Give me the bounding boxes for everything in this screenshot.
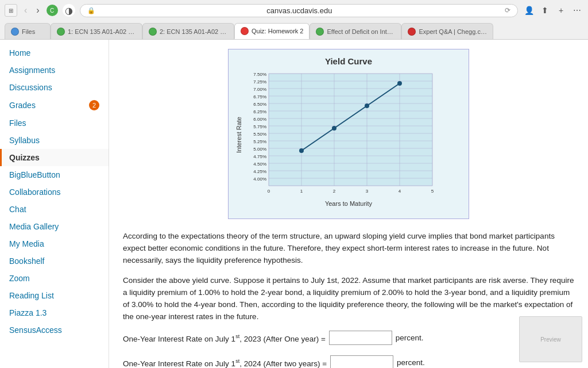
chart-point-4	[397, 81, 402, 86]
sidebar-item-zoom[interactable]: Zoom	[0, 270, 109, 287]
sidebar: HomeAssignmentsDiscussionsGrades2FilesSy…	[0, 40, 109, 368]
back-button[interactable]: ‹	[22, 4, 29, 17]
svg-text:0: 0	[268, 189, 270, 194]
svg-text:5.00%: 5.00%	[253, 147, 266, 152]
sidebar-label-files: Files	[9, 118, 26, 128]
tab-label-chegg: Expert Q&A | Chegg.com	[419, 28, 487, 35]
chart-svg-element: 7.50% 7.25% 7.00% 6.75% 6.50% 6.25% 6.00…	[246, 71, 441, 197]
sidebar-label-syllabus: Syllabus	[9, 136, 40, 145]
sidebar-item-grades[interactable]: Grades2	[0, 96, 109, 114]
sidebar-label-bookshelf: Bookshelf	[9, 256, 44, 266]
sidebar-item-sensusaccess[interactable]: SensusAccess	[0, 321, 109, 339]
sidebar-item-assignments[interactable]: Assignments	[0, 62, 109, 79]
sidebar-label-chat: Chat	[9, 205, 26, 214]
sidebar-item-chat[interactable]: Chat	[0, 201, 109, 218]
sidebar-item-collaborations[interactable]: Collaborations	[0, 183, 109, 201]
tab-label-files: Files	[22, 28, 35, 35]
sidebar-item-piazza[interactable]: Piazza 1.3	[0, 304, 109, 321]
sidebar-label-my-media: My Media	[9, 239, 44, 248]
browser-tab-files[interactable]: Files	[5, 23, 51, 39]
tab-icon-ecn135-1	[57, 28, 65, 36]
y-axis-label: Interest Rate	[234, 71, 243, 199]
browser-toolbar: ⊞ ‹ › C ◑ 🔒 canvas.ucdavis.edu ⟳ 👤 ⬆ + ⋯	[0, 0, 588, 21]
sidebar-label-assignments: Assignments	[9, 66, 55, 75]
lock-icon: 🔒	[87, 7, 95, 14]
sidebar-item-reading-list[interactable]: Reading List	[0, 287, 109, 304]
sidebar-item-home[interactable]: Home	[0, 44, 109, 62]
chart-point-1	[299, 148, 304, 153]
svg-text:5.75%: 5.75%	[253, 124, 266, 129]
tab-icon-ecn135-2	[149, 28, 157, 36]
tab-label-ecn135-2: 2: ECN 135 A01-A02 SS2 2023	[160, 28, 228, 35]
svg-text:4: 4	[399, 189, 401, 194]
sidebar-label-piazza: Piazza 1.3	[9, 308, 47, 317]
paragraph-2: Consider the above yield curve. Suppose …	[123, 275, 574, 323]
svg-text:7.00%: 7.00%	[253, 87, 266, 92]
sidebar-item-quizzes[interactable]: Quizzes	[0, 149, 109, 166]
url-text: canvas.ucdavis.edu	[99, 6, 500, 15]
sidebar-label-collaborations: Collaborations	[9, 187, 61, 197]
address-bar[interactable]: 🔒 canvas.ucdavis.edu ⟳	[80, 4, 518, 17]
sidebar-label-media-gallery: Media Gallery	[9, 222, 59, 231]
sidebar-item-files[interactable]: Files	[0, 114, 109, 132]
svg-text:7.50%: 7.50%	[253, 72, 266, 77]
svg-rect-0	[269, 74, 432, 186]
browser-logo: C	[47, 5, 58, 16]
browser-tabs: Files1: ECN 135 A01-A02 SS2 20232: ECN 1…	[0, 21, 588, 39]
svg-text:5.25%: 5.25%	[253, 139, 266, 144]
browser-tab-ecn135-1[interactable]: 1: ECN 135 A01-A02 SS2 2023	[51, 23, 142, 39]
answer-label-2023-pre: One-Year Interest Rate on July 1st, 2023…	[123, 334, 326, 343]
tab-label-ecn135-1: 1: ECN 135 A01-A02 SS2 2023	[68, 28, 136, 35]
svg-text:7.25%: 7.25%	[253, 79, 266, 85]
svg-text:3: 3	[366, 189, 369, 194]
svg-text:6.75%: 6.75%	[253, 94, 266, 99]
account-icon[interactable]: 👤	[523, 4, 535, 17]
chart-svg: 7.50% 7.25% 7.00% 6.75% 6.50% 6.25% 6.00…	[246, 71, 463, 199]
sidebar-label-grades: Grades	[9, 101, 36, 110]
reload-icon[interactable]: ⟳	[505, 6, 510, 14]
svg-text:6.50%: 6.50%	[253, 102, 266, 107]
sidebar-label-sensusaccess: SensusAccess	[9, 325, 62, 335]
sidebar-item-discussions[interactable]: Discussions	[0, 79, 109, 96]
page-thumbnail: Preview	[519, 316, 582, 362]
sidebar-label-quizzes: Quizzes	[9, 153, 40, 162]
share-icon[interactable]: ⬆	[539, 4, 551, 17]
forward-button[interactable]: ›	[34, 4, 41, 17]
sidebar-label-bigbluebutton: BigBlueButton	[9, 170, 60, 179]
sidebar-label-zoom: Zoom	[9, 274, 30, 283]
sidebar-item-syllabus[interactable]: Syllabus	[0, 132, 109, 149]
svg-text:6.25%: 6.25%	[253, 109, 266, 114]
answer-label-2024-post: percent.	[397, 358, 425, 367]
svg-text:4.75%: 4.75%	[253, 154, 266, 159]
svg-text:5: 5	[431, 189, 434, 194]
browser-tab-chegg[interactable]: Expert Q&A | Chegg.com	[401, 23, 493, 39]
sidebar-item-my-media[interactable]: My Media	[0, 235, 109, 252]
thumbnail-label: Preview	[540, 336, 561, 343]
svg-text:2: 2	[333, 189, 336, 194]
grid-icon[interactable]: ⊞	[5, 4, 17, 17]
sidebar-badge-grades: 2	[89, 100, 99, 110]
answer-row-2023: One-Year Interest Rate on July 1st, 2023…	[123, 331, 574, 345]
svg-text:4.50%: 4.50%	[253, 162, 266, 167]
add-tab-icon[interactable]: +	[555, 4, 567, 17]
sidebar-label-reading-list: Reading List	[9, 291, 54, 300]
sidebar-item-media-gallery[interactable]: Media Gallery	[0, 218, 109, 235]
sidebar-item-bigbluebutton[interactable]: BigBlueButton	[0, 166, 109, 183]
browser-chrome: ⊞ ‹ › C ◑ 🔒 canvas.ucdavis.edu ⟳ 👤 ⬆ + ⋯…	[0, 0, 588, 40]
answer-input-2024[interactable]	[330, 355, 393, 368]
more-icon[interactable]: ⋯	[571, 4, 583, 17]
paragraph-1: According to the expectations theory of …	[123, 231, 574, 267]
browser-tab-deficit[interactable]: Effect of Deficit on Interest	[310, 23, 401, 39]
main-layout: HomeAssignmentsDiscussionsGrades2FilesSy…	[0, 40, 588, 368]
browser-tab-quiz-hw2[interactable]: Quiz: Homework 2	[234, 23, 310, 39]
tab-icon-quiz-hw2	[241, 27, 249, 35]
browser-tab-ecn135-2[interactable]: 2: ECN 135 A01-A02 SS2 2023	[142, 23, 234, 39]
answer-label-2023-post: percent.	[396, 334, 424, 342]
answer-input-2023[interactable]	[329, 331, 392, 345]
answer-label-2024-pre: One-Year Interest Rate on July 1st, 2024…	[123, 358, 327, 368]
svg-text:4.00%: 4.00%	[253, 177, 266, 182]
sidebar-item-bookshelf[interactable]: Bookshelf	[0, 252, 109, 270]
svg-text:4.25%: 4.25%	[253, 169, 266, 174]
browser-actions: 👤 ⬆ + ⋯	[523, 4, 583, 17]
contrast-icon: ◑	[63, 4, 75, 17]
